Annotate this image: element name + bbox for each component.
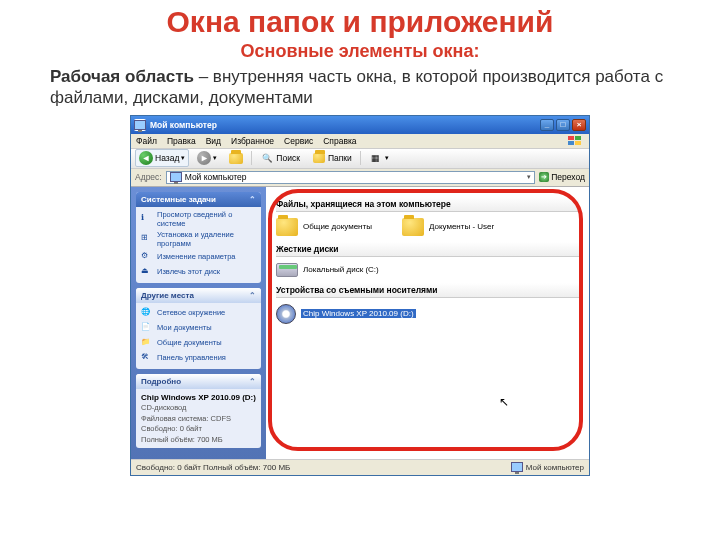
link-text: Панель управления bbox=[157, 354, 226, 363]
control-icon: 🛠 bbox=[141, 353, 153, 365]
computer-icon bbox=[511, 462, 523, 472]
chevron-down-icon: ▾ bbox=[213, 154, 217, 162]
place-link[interactable]: 📄Мои документы bbox=[141, 321, 256, 336]
menu-edit[interactable]: Правка bbox=[167, 136, 196, 146]
link-text: Сетевое окружение bbox=[157, 309, 225, 318]
svg-rect-3 bbox=[575, 141, 581, 145]
search-icon: 🔍 bbox=[260, 151, 274, 165]
views-button[interactable]: ▦ ▾ bbox=[365, 149, 393, 167]
folder-item[interactable]: Документы - User bbox=[402, 218, 494, 236]
section-header: Устройства со съемными носителями bbox=[276, 283, 579, 298]
section-header: Жесткие диски bbox=[276, 242, 579, 257]
svg-rect-2 bbox=[568, 141, 574, 145]
menu-view[interactable]: Вид bbox=[206, 136, 221, 146]
up-button[interactable] bbox=[225, 149, 247, 167]
details-name: Chip Windows XP 2010.09 (D:) bbox=[141, 392, 256, 403]
titlebar[interactable]: Мой компьютер _ □ × bbox=[131, 116, 589, 134]
system-task-link[interactable]: ⚙Изменение параметра bbox=[141, 250, 256, 265]
link-text: Мои документы bbox=[157, 324, 212, 333]
panel-title-text: Системные задачи bbox=[141, 195, 216, 204]
eject-icon: ⏏ bbox=[141, 267, 153, 279]
go-icon: ➔ bbox=[539, 172, 549, 182]
explorer-window: Мой компьютер _ □ × Файл Правка Вид Избр… bbox=[130, 115, 590, 476]
folders-button[interactable]: Папки bbox=[308, 149, 356, 167]
drive-item[interactable]: Chip Windows XP 2010.09 (D:) bbox=[276, 304, 416, 324]
forward-button[interactable]: ► ▾ bbox=[193, 149, 221, 167]
folder-icon bbox=[402, 218, 424, 236]
system-task-link[interactable]: ℹПросмотр сведений о системе bbox=[141, 210, 256, 230]
go-label: Переход bbox=[551, 172, 585, 182]
item-label: Документы - User bbox=[429, 222, 494, 231]
desc-term: Рабочая область bbox=[50, 67, 194, 86]
folder-icon bbox=[276, 218, 298, 236]
slide-title: Окна папок и приложений bbox=[0, 5, 720, 39]
chevron-down-icon: ▾ bbox=[527, 173, 531, 181]
go-button[interactable]: ➔ Переход bbox=[539, 172, 585, 182]
svg-rect-1 bbox=[575, 136, 581, 140]
computer-icon bbox=[170, 172, 182, 182]
install-icon: ⊞ bbox=[141, 234, 153, 246]
place-link[interactable]: 📁Общие документы bbox=[141, 336, 256, 351]
link-text: Просмотр сведений о системе bbox=[157, 211, 256, 228]
cd-icon bbox=[276, 304, 296, 324]
window-title: Мой компьютер bbox=[150, 120, 540, 130]
cursor-icon: ↖ bbox=[499, 395, 509, 409]
minimize-button[interactable]: _ bbox=[540, 119, 554, 131]
collapse-icon: ⌃ bbox=[249, 291, 256, 300]
menu-file[interactable]: Файл bbox=[136, 136, 157, 146]
back-label: Назад bbox=[155, 153, 179, 163]
shared-icon: 📁 bbox=[141, 338, 153, 350]
views-icon: ▦ bbox=[369, 151, 383, 165]
panel-title[interactable]: Другие места ⌃ bbox=[136, 288, 261, 303]
info-icon: ℹ bbox=[141, 214, 153, 226]
chevron-down-icon: ▾ bbox=[181, 154, 185, 162]
address-value: Мой компьютер bbox=[185, 172, 247, 182]
item-label: Общие документы bbox=[303, 222, 372, 231]
details-panel: Подробно ⌃ Chip Windows XP 2010.09 (D:) … bbox=[136, 374, 261, 448]
close-button[interactable]: × bbox=[572, 119, 586, 131]
folders-label: Папки bbox=[328, 153, 352, 163]
menu-help[interactable]: Справка bbox=[323, 136, 356, 146]
system-task-link[interactable]: ⊞Установка и удаление программ bbox=[141, 230, 256, 250]
collapse-icon: ⌃ bbox=[249, 377, 256, 386]
item-label: Chip Windows XP 2010.09 (D:) bbox=[301, 309, 416, 318]
content-pane[interactable]: Файлы, хранящиеся на этом компьютере Общ… bbox=[266, 187, 589, 459]
toolbar: ◄ Назад ▾ ► ▾ 🔍 Поиск Папки ▦ ▾ bbox=[131, 149, 589, 169]
back-button[interactable]: ◄ Назад ▾ bbox=[135, 149, 189, 167]
link-text: Извлечь этот диск bbox=[157, 268, 220, 277]
collapse-icon: ⌃ bbox=[249, 195, 256, 204]
place-link[interactable]: 🛠Панель управления bbox=[141, 351, 256, 366]
address-field[interactable]: Мой компьютер ▾ bbox=[166, 171, 536, 184]
docs-icon: 📄 bbox=[141, 323, 153, 335]
back-icon: ◄ bbox=[139, 151, 153, 165]
separator bbox=[251, 151, 252, 165]
folder-item[interactable]: Общие документы bbox=[276, 218, 372, 236]
other-places-panel: Другие места ⌃ 🌐Сетевое окружение 📄Мои д… bbox=[136, 288, 261, 369]
folders-icon bbox=[312, 151, 326, 165]
chevron-down-icon: ▾ bbox=[385, 154, 389, 162]
menu-tools[interactable]: Сервис bbox=[284, 136, 313, 146]
panel-title-text: Другие места bbox=[141, 291, 194, 300]
drive-item[interactable]: Локальный диск (C:) bbox=[276, 263, 379, 277]
window-icon bbox=[134, 119, 146, 131]
section-header: Файлы, хранящиеся на этом компьютере bbox=[276, 197, 579, 212]
system-task-link[interactable]: ⏏Извлечь этот диск bbox=[141, 265, 256, 280]
slide-subtitle: Основные элементы окна: bbox=[0, 41, 720, 62]
svg-rect-0 bbox=[568, 136, 574, 140]
status-right-text: Мой компьютер bbox=[526, 463, 584, 472]
status-bar: Свободно: 0 байт Полный объём: 700 МБ Мо… bbox=[131, 459, 589, 475]
search-label: Поиск bbox=[276, 153, 300, 163]
separator bbox=[360, 151, 361, 165]
details-type: CD-дисковод bbox=[141, 403, 256, 414]
link-text: Изменение параметра bbox=[157, 253, 236, 262]
panel-title[interactable]: Подробно ⌃ bbox=[136, 374, 261, 389]
network-icon: 🌐 bbox=[141, 308, 153, 320]
maximize-button[interactable]: □ bbox=[556, 119, 570, 131]
panel-title[interactable]: Системные задачи ⌃ bbox=[136, 192, 261, 207]
settings-icon: ⚙ bbox=[141, 252, 153, 264]
details-total: Полный объём: 700 МБ bbox=[141, 435, 256, 446]
menu-fav[interactable]: Избранное bbox=[231, 136, 274, 146]
place-link[interactable]: 🌐Сетевое окружение bbox=[141, 306, 256, 321]
forward-icon: ► bbox=[197, 151, 211, 165]
search-button[interactable]: 🔍 Поиск bbox=[256, 149, 304, 167]
